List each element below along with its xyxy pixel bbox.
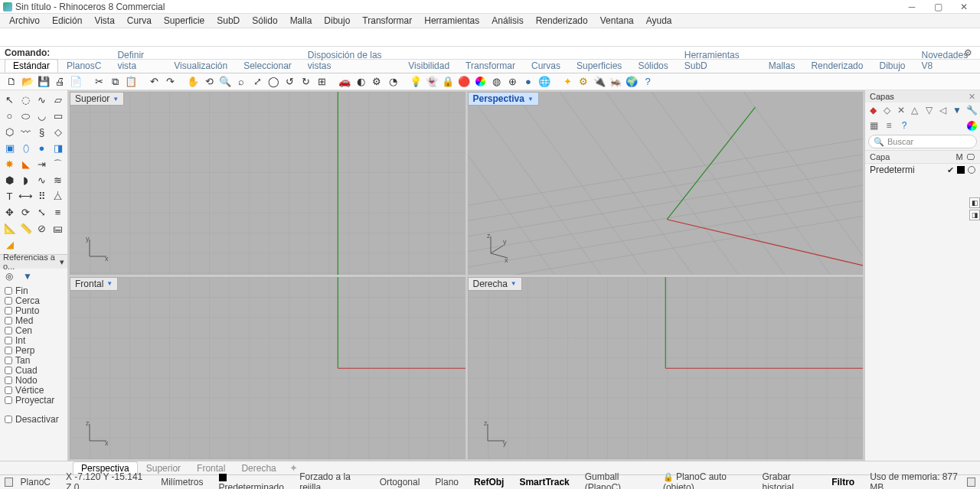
status-ortho[interactable]: Ortogonal [372, 477, 428, 487]
list-icon[interactable]: ≡ [884, 120, 894, 131]
tab-herramientas-subd[interactable]: Herramientas SubD [677, 49, 760, 73]
osnap-cuad[interactable]: Cuad [5, 365, 63, 375]
status-planoc[interactable]: PlanoC [13, 477, 58, 487]
menu-transformar[interactable]: Transformar [356, 15, 418, 27]
layers-close-icon[interactable]: ✕ [969, 92, 975, 102]
copy-icon[interactable]: ⧉ [108, 75, 122, 89]
viewport-top[interactable]: Superior▼ yx [70, 92, 466, 275]
layer-search[interactable]: 🔍 Buscar [868, 135, 977, 148]
zoom-icon[interactable]: 🔍 [218, 75, 232, 89]
extend-icon[interactable]: ⇥ [34, 156, 50, 172]
status-refobj[interactable]: RefObj [466, 477, 511, 487]
redo-icon[interactable]: ↷ [163, 75, 177, 89]
menu-análisis[interactable]: Análisis [485, 15, 529, 27]
zoom-extents-icon[interactable]: ⤢ [250, 75, 264, 89]
color-wheel-icon[interactable] [967, 121, 977, 131]
status-history[interactable]: Grabar historial [754, 471, 824, 489]
open-icon[interactable]: 📂 [21, 75, 34, 89]
circle-icon[interactable]: ○ [2, 108, 18, 124]
tab-disposición-de-las-vistas[interactable]: Disposición de las vistas [300, 49, 400, 73]
close-button[interactable]: ✕ [951, 2, 977, 12]
status-autoplano[interactable]: 🔒 PlanoC auto (objeto) [655, 471, 755, 489]
array-icon[interactable]: ⠿ [34, 188, 50, 204]
grid-icon[interactable]: ▦ [868, 120, 879, 131]
lasso-icon[interactable]: ◌ [18, 92, 34, 108]
gears-icon[interactable]: ⚙ [577, 75, 590, 89]
menu-malla[interactable]: Malla [284, 15, 318, 27]
tab-planosc[interactable]: PlanosC [59, 60, 109, 73]
undo-icon[interactable]: ↶ [147, 75, 161, 89]
lock-icon[interactable]: 🔒 [441, 75, 455, 89]
help-layer-icon[interactable]: ? [899, 120, 910, 131]
sidetab-1[interactable]: ◧ [969, 197, 980, 208]
menu-sólido[interactable]: Sólido [246, 15, 283, 27]
sphere-tool-icon[interactable]: ● [34, 140, 50, 156]
osnap-target-icon[interactable]: ◎ [3, 270, 15, 282]
osnap-vértice[interactable]: Vértice [5, 385, 63, 395]
osnap-tan[interactable]: Tan [5, 355, 63, 365]
viewport-perspective-title[interactable]: Perspectiva▼ [468, 92, 539, 106]
sphere-icon[interactable]: ● [521, 75, 535, 89]
menu-superficie[interactable]: Superficie [158, 15, 211, 27]
menu-dibujo[interactable]: Dibujo [318, 15, 356, 27]
status-filtro[interactable]: Filtro [824, 477, 862, 487]
layer-tools-icon[interactable]: 🔧 [966, 105, 977, 116]
helix-icon[interactable]: § [34, 124, 50, 140]
rainbow-icon[interactable] [473, 75, 487, 89]
color-icon[interactable]: 🔴 [457, 75, 471, 89]
layer-filter-icon[interactable]: ◁ [938, 105, 947, 116]
rect-icon[interactable]: ▭ [50, 108, 66, 124]
scale-icon[interactable]: ⤡ [34, 204, 50, 220]
caret-icon[interactable]: ▼ [528, 96, 534, 103]
paint-icon[interactable]: ◢ [2, 236, 18, 253]
layers-icon[interactable]: ◍ [489, 75, 503, 89]
menu-archivo[interactable]: Archivo [3, 15, 46, 27]
viewport-front-title[interactable]: Frontal▼ [70, 277, 118, 291]
status-plano[interactable]: Plano [427, 477, 466, 487]
new-icon[interactable]: 🗋 [5, 75, 18, 89]
status-smarttrack[interactable]: SmartTrack [511, 477, 577, 487]
caret-icon[interactable]: ▼ [511, 280, 517, 287]
tab-dibujo[interactable]: Dibujo [871, 60, 913, 73]
redo-view-icon[interactable]: ↻ [299, 75, 312, 89]
delete-layer-icon[interactable]: ✕ [897, 105, 906, 116]
viewport-right-title[interactable]: Derecha▼ [468, 277, 522, 291]
layer-color-swatch[interactable] [957, 166, 965, 174]
menu-renderizado[interactable]: Renderizado [530, 15, 594, 27]
tab-superficies[interactable]: Superficies [569, 60, 629, 73]
light-icon[interactable]: 💡 [409, 75, 423, 89]
tab-visualización[interactable]: Visualización [166, 60, 235, 73]
col-screen[interactable]: 🖵 [965, 152, 975, 161]
new-layer-icon[interactable]: ◆ [868, 105, 877, 116]
four-views-icon[interactable]: ⊞ [315, 75, 328, 89]
layer-down-icon[interactable]: ▽ [924, 105, 933, 116]
osnap-proyectar[interactable]: Proyectar [5, 395, 63, 405]
maximize-button[interactable]: ▢ [925, 2, 951, 12]
tab-novedades-v8[interactable]: Novedades V8 [914, 49, 981, 73]
tab-estándar[interactable]: Estándar [5, 59, 58, 73]
tab-renderizado[interactable]: Renderizado [803, 60, 871, 73]
mirror-icon[interactable]: ⧊ [50, 188, 66, 204]
osnap-collapse-icon[interactable]: ▾ [60, 257, 64, 267]
layer-row[interactable]: Predetermi ✔ [865, 164, 980, 176]
new-sublayer-icon[interactable]: ◇ [882, 105, 891, 116]
align-icon[interactable]: ≡ [50, 204, 66, 220]
layer-name[interactable]: Predetermi [870, 165, 947, 175]
section-icon[interactable]: ⊘ [34, 220, 50, 236]
viewport-right[interactable]: Derecha▼ zy [468, 277, 864, 460]
zoom-selected-icon[interactable]: ◯ [266, 75, 280, 89]
curve-icon[interactable]: 〰 [18, 124, 34, 140]
plane-icon[interactable]: ◇ [50, 124, 66, 140]
explode-icon[interactable]: ✸ [2, 156, 18, 172]
caret-icon[interactable]: ▼ [106, 280, 113, 287]
viewport-top-title[interactable]: Superior▼ [70, 92, 124, 106]
tab-definir-vista[interactable]: Definir vista [109, 49, 165, 73]
globe-icon[interactable]: 🌐 [537, 75, 551, 89]
tab-visibilidad[interactable]: Visibilidad [400, 60, 457, 73]
options-icon[interactable]: ⚙ [370, 75, 384, 89]
save-icon[interactable]: 💾 [37, 75, 51, 89]
undo-view-icon[interactable]: ↺ [283, 75, 296, 89]
text-icon[interactable]: T [2, 188, 18, 204]
arc-icon[interactable]: ◡ [34, 108, 50, 124]
fillet-icon[interactable]: ⌒ [50, 156, 66, 172]
